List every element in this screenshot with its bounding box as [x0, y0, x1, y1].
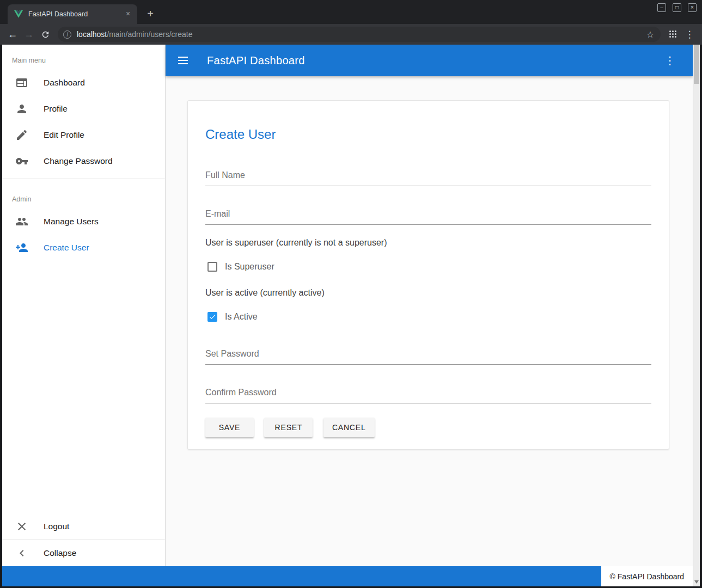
person-icon — [15, 102, 28, 115]
tab-title: FastAPI Dashboard — [28, 10, 123, 18]
page-scrollbar[interactable] — [693, 45, 700, 586]
reset-button[interactable]: RESET — [264, 418, 313, 437]
sidebar-item-logout[interactable]: Logout — [2, 513, 165, 540]
url-path: /main/admin/users/create — [107, 30, 192, 39]
scrollbar-thumb[interactable] — [694, 45, 699, 84]
browser-titlebar: FastAPI Dashboard × + – □ × — [0, 0, 702, 24]
new-tab-button[interactable]: + — [143, 7, 158, 22]
sidebar-item-label: Collapse — [44, 548, 76, 558]
page-title: Create User — [205, 127, 651, 142]
create-user-card: Create User User is superuser (currently… — [187, 100, 669, 450]
sidebar-item-create-user[interactable]: Create User — [2, 235, 165, 261]
sidebar-item-label: Logout — [44, 522, 69, 531]
menu-icon[interactable] — [170, 47, 196, 74]
save-button[interactable]: SAVE — [205, 418, 254, 437]
sidebar-section-main-menu: Main menu — [2, 45, 165, 70]
sidebar-item-collapse[interactable]: Collapse — [2, 540, 165, 566]
appbar-kebab-icon[interactable]: ⋮ — [660, 51, 680, 70]
active-hint-text: User is active (currently active) — [205, 288, 651, 298]
person-add-icon — [15, 241, 28, 254]
forward-icon[interactable]: → — [21, 26, 37, 42]
window-close-button[interactable]: × — [688, 3, 697, 12]
sidebar-divider — [2, 179, 165, 179]
is-superuser-checkbox[interactable] — [207, 262, 217, 272]
back-icon[interactable]: ← — [4, 26, 21, 42]
close-icon — [15, 520, 28, 533]
address-bar[interactable]: i localhost/main/admin/users/create ☆ — [58, 27, 661, 42]
browser-menu-icon[interactable]: ⋮ — [681, 26, 698, 42]
bookmark-star-icon[interactable]: ☆ — [645, 29, 655, 40]
sidebar-item-label: Profile — [44, 104, 68, 114]
window-minimize-button[interactable]: – — [657, 3, 666, 12]
url-text: localhost/main/admin/users/create — [77, 30, 645, 39]
confirm-password-field[interactable] — [205, 387, 651, 403]
password-field[interactable] — [205, 348, 651, 365]
is-superuser-label[interactable]: Is Superuser — [225, 262, 274, 272]
sidebar-item-label: Create User — [44, 243, 89, 253]
full-name-input[interactable] — [205, 169, 651, 186]
full-name-field[interactable] — [205, 169, 651, 186]
app-title: FastAPI Dashboard — [207, 54, 305, 67]
sidebar-item-manage-users[interactable]: Manage Users — [2, 209, 165, 235]
sidebar-spacer — [2, 261, 165, 513]
main-area: FastAPI Dashboard ⋮ Create User User is … — [166, 45, 693, 566]
is-active-checkbox[interactable] — [207, 312, 217, 322]
reload-icon[interactable] — [37, 26, 53, 42]
browser-navbar: ← → i localhost/main/admin/users/create … — [0, 24, 702, 45]
pencil-icon — [15, 128, 28, 142]
form-buttons: SAVE RESET CANCEL — [205, 418, 651, 437]
scroll-down-arrow-icon[interactable] — [694, 580, 699, 584]
browser-tab[interactable]: FastAPI Dashboard × — [8, 4, 137, 24]
sidebar-section-admin: Admin — [2, 183, 165, 209]
password-input[interactable] — [205, 348, 651, 364]
sidebar-item-profile[interactable]: Profile — [2, 96, 165, 122]
vue-favicon-icon — [14, 10, 23, 18]
email-input[interactable] — [205, 208, 651, 224]
chevron-left-icon — [15, 547, 28, 560]
app-footer: © FastAPI Dashboard — [2, 566, 693, 586]
page-content: Create User User is superuser (currently… — [166, 76, 693, 566]
sidebar-item-label: Change Password — [44, 156, 113, 166]
copyright-text: © FastAPI Dashboard — [601, 566, 693, 586]
window-controls: – □ × — [657, 3, 697, 12]
is-superuser-checkbox-row[interactable]: Is Superuser — [205, 262, 651, 272]
url-host: localhost — [77, 30, 107, 39]
sidebar-item-label: Manage Users — [44, 217, 99, 226]
is-active-checkbox-row[interactable]: Is Active — [205, 312, 651, 322]
group-icon — [15, 215, 28, 228]
tab-close-icon[interactable]: × — [123, 9, 133, 19]
cancel-button[interactable]: CANCEL — [323, 418, 375, 437]
email-field[interactable] — [205, 208, 651, 225]
sidebar-item-label: Edit Profile — [44, 130, 84, 140]
page-info-icon[interactable]: i — [63, 30, 71, 39]
superuser-hint-text: User is superuser (currently is not a su… — [205, 238, 651, 248]
sidebar-item-change-password[interactable]: Change Password — [2, 148, 165, 174]
window-maximize-button[interactable]: □ — [673, 3, 681, 12]
check-icon — [209, 313, 216, 321]
app-bar: FastAPI Dashboard ⋮ — [166, 45, 693, 76]
is-active-label[interactable]: Is Active — [225, 312, 258, 322]
browser-window: FastAPI Dashboard × + – □ × ← → i localh… — [0, 0, 702, 588]
sidebar-item-edit-profile[interactable]: Edit Profile — [2, 122, 165, 148]
sidebar-item-dashboard[interactable]: Dashboard — [2, 70, 165, 96]
apps-grid-glyph — [669, 30, 677, 38]
sidebar-item-label: Dashboard — [44, 78, 85, 88]
sidebar: Main menu Dashboard Profile Edit Profile… — [2, 45, 166, 566]
app-root: Main menu Dashboard Profile Edit Profile… — [2, 45, 693, 566]
key-icon — [15, 155, 28, 168]
confirm-password-input[interactable] — [205, 387, 651, 403]
browser-apps-icon[interactable] — [665, 26, 681, 42]
dashboard-icon — [15, 76, 28, 89]
